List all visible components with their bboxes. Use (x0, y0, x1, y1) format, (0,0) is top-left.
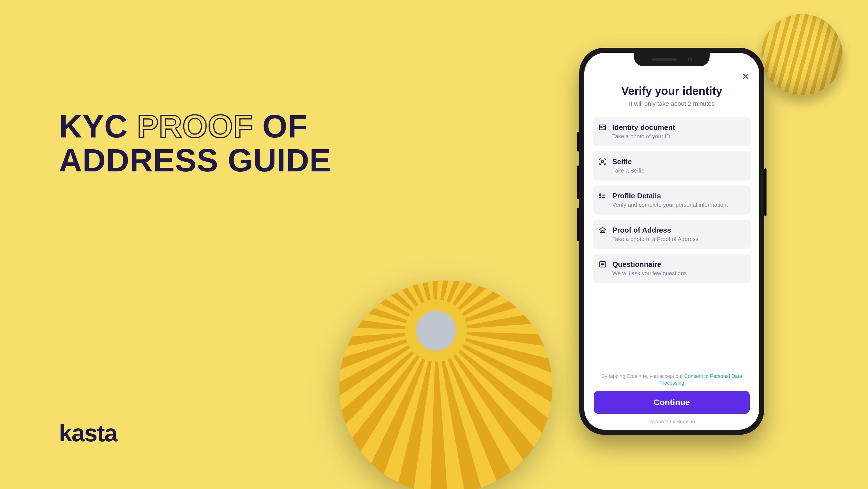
headline-word-of: OF (262, 108, 308, 144)
svg-point-3 (600, 194, 600, 195)
list-icon (598, 192, 607, 200)
step-profile-details[interactable]: Profile Details Verify and complete your… (593, 185, 751, 214)
phone-volume-down (577, 208, 579, 241)
brand-logo: kasta (59, 420, 117, 447)
svg-rect-0 (599, 125, 606, 130)
selfie-icon (598, 157, 607, 166)
svg-point-2 (601, 160, 603, 163)
step-title: Profile Details (612, 192, 745, 200)
questionnaire-icon (598, 260, 607, 268)
phone-notch (634, 53, 710, 66)
continue-button[interactable]: Continue (594, 391, 750, 414)
svg-point-5 (600, 197, 600, 198)
phone-side-button (577, 132, 579, 151)
screen-subtitle: It will only take about 2 minutes (593, 100, 751, 108)
step-title: Proof of Address (612, 226, 745, 234)
phone-volume-up (577, 166, 579, 199)
step-proof-of-address[interactable]: Proof of Address Take a photo of a Proof… (593, 220, 751, 249)
consent-text: By tapping Continue, you accept our Cons… (593, 373, 751, 391)
close-icon[interactable]: ✕ (742, 73, 749, 81)
screen-title: Verify your identity (593, 85, 751, 97)
step-desc: Take a photo of a Proof of Address (612, 236, 745, 243)
step-title: Identity document (612, 123, 745, 132)
home-icon (598, 226, 607, 234)
decorative-cone (319, 261, 572, 489)
phone-screen: ✕ Verify your identity It will only take… (584, 53, 759, 430)
step-desc: We will ask you few questions (612, 270, 745, 277)
headline-word-kyc: KYC (59, 108, 128, 144)
headline-word-proof: PROOF (137, 108, 253, 144)
step-questionnaire[interactable]: Questionnaire We will ask you few questi… (593, 254, 751, 283)
phone-speaker (652, 58, 677, 61)
phone-camera (688, 58, 692, 61)
consent-pre: By tapping Continue, you accept our (601, 373, 684, 379)
phone-mockup: ✕ Verify your identity It will only take… (579, 48, 764, 435)
step-desc: Verify and complete your personal inform… (612, 201, 745, 208)
id-card-icon (598, 123, 607, 132)
step-desc: Take a photo of your ID (612, 133, 745, 140)
step-selfie[interactable]: Selfie Take a Selfie (593, 151, 751, 180)
phone-power-button (764, 168, 767, 216)
headline-word-address-guide: ADDRESS GUIDE (59, 142, 331, 178)
step-title: Selfie (612, 157, 745, 166)
step-identity-document[interactable]: Identity document Take a photo of your I… (593, 117, 751, 146)
svg-point-1 (601, 126, 602, 128)
page-headline: KYC PROOF OF ADDRESS GUIDE (59, 109, 331, 177)
svg-point-4 (600, 196, 600, 196)
step-title: Questionnaire (612, 260, 745, 269)
powered-by: Powered by Sumsub (593, 419, 751, 425)
decorative-ball (762, 14, 843, 95)
step-desc: Take a Selfie (612, 167, 745, 174)
verification-steps: Identity document Take a photo of your I… (593, 117, 751, 283)
